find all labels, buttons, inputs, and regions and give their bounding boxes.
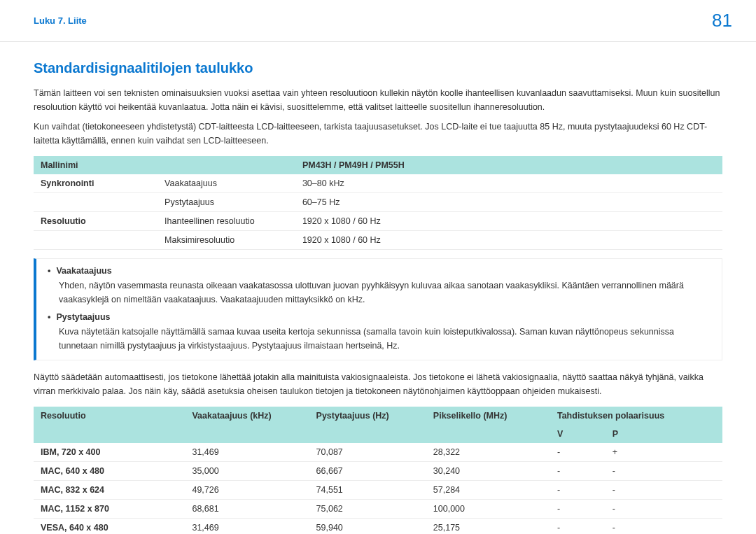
paragraph-3: Näyttö säädetään automaattisesti, jos ti… bbox=[34, 370, 722, 398]
note-body-2: Kuva näytetään katsojalle näyttämällä sa… bbox=[59, 325, 710, 353]
table-row: MAC, 640 x 48035,00066,66730,240-- bbox=[34, 462, 722, 481]
res-cell: MAC, 832 x 624 bbox=[34, 481, 185, 500]
res-cell: - bbox=[606, 481, 722, 500]
res-header-resolution: Resoluutio bbox=[34, 407, 185, 443]
res-cell: 70,087 bbox=[309, 443, 426, 462]
table-row: Pystytaajuus 60–75 Hz bbox=[34, 193, 722, 212]
res-header-polarity-p: P bbox=[606, 425, 722, 443]
content-area: Standardisignaalitilojen taulukko Tämän … bbox=[0, 42, 756, 534]
res-cell: 30,240 bbox=[426, 462, 550, 481]
note-title-2: Pystytaajuus bbox=[48, 312, 710, 322]
spec-value: 1920 x 1080 / 60 Hz bbox=[295, 212, 722, 231]
res-cell: + bbox=[606, 443, 722, 462]
res-cell: 31,469 bbox=[185, 519, 309, 535]
res-cell: IBM, 720 x 400 bbox=[34, 443, 185, 462]
note-box: Vaakataajuus Yhden, näytön vasemmasta re… bbox=[34, 258, 722, 360]
breadcrumb: Luku 7. Liite bbox=[34, 15, 87, 26]
intro-paragraph-2: Kun vaihdat (tietokoneeseen yhdistetystä… bbox=[34, 120, 722, 148]
res-cell: 66,667 bbox=[309, 462, 426, 481]
res-cell: - bbox=[550, 519, 606, 535]
res-cell: MAC, 1152 x 870 bbox=[34, 500, 185, 519]
res-cell: 25,175 bbox=[426, 519, 550, 535]
intro-paragraph-1: Tämän laitteen voi sen teknisten ominais… bbox=[34, 86, 722, 114]
res-cell: 57,284 bbox=[426, 481, 550, 500]
res-cell: - bbox=[606, 462, 722, 481]
res-cell: - bbox=[550, 443, 606, 462]
res-cell: 59,940 bbox=[309, 519, 426, 535]
spec-group bbox=[34, 231, 158, 250]
table-row: MAC, 832 x 62449,72674,55157,284-- bbox=[34, 481, 722, 500]
res-cell: 49,726 bbox=[185, 481, 309, 500]
table-row: Synkronointi Vaakataajuus 30–80 kHz bbox=[34, 174, 722, 193]
res-cell: - bbox=[550, 481, 606, 500]
spec-value: 1920 x 1080 / 60 Hz bbox=[295, 231, 722, 250]
spec-label: Pystytaajuus bbox=[158, 193, 295, 212]
res-cell: - bbox=[606, 500, 722, 519]
res-table-header-row-1: Resoluutio Vaakataajuus (kHz) Pystytaaju… bbox=[34, 407, 722, 425]
res-header-pixelclock: Pikselikello (MHz) bbox=[426, 407, 550, 443]
spec-group bbox=[34, 193, 158, 212]
res-cell: 74,551 bbox=[309, 481, 426, 500]
res-cell: 28,322 bbox=[426, 443, 550, 462]
section-title: Standardisignaalitilojen taulukko bbox=[34, 60, 722, 76]
res-header-vfreq: Pystytaajuus (Hz) bbox=[309, 407, 426, 443]
spec-header-value: PM43H / PM49H / PM55H bbox=[295, 156, 722, 174]
spec-table: Mallinimi PM43H / PM49H / PM55H Synkrono… bbox=[34, 156, 722, 250]
spec-table-header-row: Mallinimi PM43H / PM49H / PM55H bbox=[34, 156, 722, 174]
spec-label: Maksimiresoluutio bbox=[158, 231, 295, 250]
page-header: Luku 7. Liite 81 bbox=[0, 0, 756, 42]
res-cell: MAC, 640 x 480 bbox=[34, 462, 185, 481]
spec-group: Synkronointi bbox=[34, 174, 158, 193]
res-cell: 100,000 bbox=[426, 500, 550, 519]
spec-label: Vaakataajuus bbox=[158, 174, 295, 193]
table-row: Maksimiresoluutio 1920 x 1080 / 60 Hz bbox=[34, 231, 722, 250]
res-header-hfreq: Vaakataajuus (kHz) bbox=[185, 407, 309, 443]
resolution-table: Resoluutio Vaakataajuus (kHz) Pystytaaju… bbox=[34, 407, 722, 534]
spec-header-model: Mallinimi bbox=[34, 156, 295, 174]
table-row: VESA, 640 x 48031,46959,94025,175-- bbox=[34, 519, 722, 535]
res-header-polarity-v: V bbox=[550, 425, 606, 443]
res-cell: 68,681 bbox=[185, 500, 309, 519]
res-cell: - bbox=[550, 462, 606, 481]
page-number: 81 bbox=[712, 10, 732, 31]
res-cell: - bbox=[550, 500, 606, 519]
note-body-1: Yhden, näytön vasemmasta reunasta oikeaa… bbox=[59, 279, 710, 307]
table-row: Resoluutio Ihanteellinen resoluutio 1920… bbox=[34, 212, 722, 231]
res-header-polarity: Tahdistuksen polaarisuus bbox=[550, 407, 722, 425]
table-row: MAC, 1152 x 87068,68175,062100,000-- bbox=[34, 500, 722, 519]
spec-group: Resoluutio bbox=[34, 212, 158, 231]
res-cell: 35,000 bbox=[185, 462, 309, 481]
table-row: IBM, 720 x 40031,46970,08728,322-+ bbox=[34, 443, 722, 462]
spec-value: 30–80 kHz bbox=[295, 174, 722, 193]
res-cell: 75,062 bbox=[309, 500, 426, 519]
res-cell: VESA, 640 x 480 bbox=[34, 519, 185, 535]
note-title-1: Vaakataajuus bbox=[48, 266, 710, 276]
spec-label: Ihanteellinen resoluutio bbox=[158, 212, 295, 231]
res-cell: 31,469 bbox=[185, 443, 309, 462]
res-cell: - bbox=[606, 519, 722, 535]
spec-value: 60–75 Hz bbox=[295, 193, 722, 212]
